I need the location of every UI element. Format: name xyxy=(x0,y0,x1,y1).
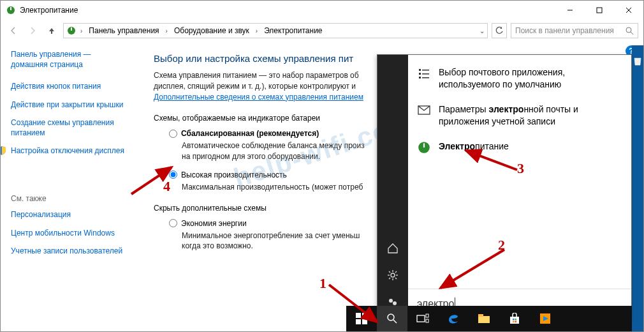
sidebar-link[interactable]: Персонализация xyxy=(11,209,124,220)
taskbar-search-button[interactable] xyxy=(377,306,407,331)
svg-rect-37 xyxy=(426,314,428,317)
svg-rect-1 xyxy=(10,7,11,10)
power-icon xyxy=(417,140,431,155)
svg-line-18 xyxy=(395,271,397,273)
plan-name[interactable]: Высокая производительность xyxy=(181,170,287,179)
back-button[interactable] xyxy=(6,23,21,38)
power-icon xyxy=(66,26,77,36)
svg-rect-42 xyxy=(513,319,515,321)
maximize-button[interactable] xyxy=(585,1,614,20)
sidebar-link[interactable]: Действие при закрытии крышки xyxy=(11,100,124,110)
power-icon xyxy=(6,5,16,15)
svg-point-10 xyxy=(391,273,395,277)
see-also-header: См. также xyxy=(11,194,124,203)
nav-bar: › Панель управления › Оборудование и зву… xyxy=(1,20,643,42)
svg-rect-31 xyxy=(362,313,367,318)
breadcrumb-item[interactable]: Электропитание xyxy=(261,26,325,35)
svg-rect-40 xyxy=(478,314,483,317)
search-placeholder: Поиск в панели управления xyxy=(515,26,614,35)
close-button[interactable] xyxy=(614,1,643,20)
up-button[interactable] xyxy=(44,23,59,38)
chevron-right-icon: › xyxy=(79,27,84,34)
gear-icon[interactable] xyxy=(377,262,408,289)
svg-line-35 xyxy=(393,320,397,323)
svg-rect-38 xyxy=(426,319,428,322)
recycle-bin-icon[interactable] xyxy=(632,50,643,71)
svg-point-8 xyxy=(626,27,631,33)
start-button[interactable] xyxy=(346,306,377,331)
search-result-item[interactable]: Электропитание xyxy=(417,140,622,155)
svg-rect-24 xyxy=(422,73,429,75)
minimize-button[interactable] xyxy=(555,1,585,20)
title-bar: Электропитание xyxy=(1,1,643,20)
svg-rect-25 xyxy=(419,77,421,79)
svg-rect-21 xyxy=(419,69,421,71)
plan-radio[interactable] xyxy=(169,130,177,138)
svg-line-17 xyxy=(389,278,390,279)
result-text: Параметры электронной почты и приложения… xyxy=(439,103,622,128)
task-view-button[interactable] xyxy=(407,306,438,331)
sidebar-link[interactable]: Действия кнопок питания xyxy=(11,81,124,91)
desktop-background xyxy=(632,45,643,331)
svg-rect-33 xyxy=(362,319,367,324)
svg-rect-32 xyxy=(356,319,361,324)
svg-rect-29 xyxy=(423,143,425,147)
svg-rect-26 xyxy=(422,77,429,79)
more-info-link[interactable]: Дополнительные сведения о схемах управле… xyxy=(154,93,363,102)
mail-icon xyxy=(417,103,431,117)
taskbar xyxy=(346,306,632,331)
svg-rect-39 xyxy=(478,316,490,323)
svg-rect-30 xyxy=(356,313,361,318)
result-text: Выбор почтового приложения, используемог… xyxy=(439,66,622,91)
chevron-right-icon: › xyxy=(165,27,169,34)
result-text: Электропитание xyxy=(439,140,509,153)
chevron-down-icon[interactable]: ⌄ xyxy=(479,27,485,34)
svg-point-20 xyxy=(393,301,397,305)
breadcrumb-item[interactable]: Оборудование и звук xyxy=(172,26,252,35)
sidebar-link[interactable]: Учетные записи пользователей xyxy=(11,246,124,256)
search-input[interactable]: Поиск в панели управления xyxy=(511,23,638,38)
svg-rect-23 xyxy=(419,73,421,75)
search-result-item[interactable]: Выбор почтового приложения, используемог… xyxy=(417,66,622,91)
svg-line-16 xyxy=(395,278,397,279)
breadcrumb-item[interactable]: Панель управления xyxy=(86,26,161,35)
sidebar: Панель управления — домашняя страница Де… xyxy=(1,42,135,331)
svg-rect-45 xyxy=(515,321,517,323)
sidebar-link[interactable]: Центр мобильности Windows xyxy=(11,228,124,238)
control-panel-home-link[interactable]: Панель управления — домашняя страница xyxy=(11,49,124,70)
svg-rect-44 xyxy=(513,321,515,323)
svg-rect-41 xyxy=(510,317,519,324)
search-category-rail xyxy=(377,55,408,318)
svg-point-34 xyxy=(388,314,394,321)
breadcrumb[interactable]: › Панель управления › Оборудование и зву… xyxy=(63,23,488,38)
sidebar-link[interactable]: Создание схемы управления питанием xyxy=(11,117,124,138)
svg-rect-3 xyxy=(597,8,602,13)
media-player-icon[interactable] xyxy=(530,306,560,331)
plan-radio[interactable] xyxy=(169,170,177,179)
svg-rect-43 xyxy=(515,319,517,321)
search-icon xyxy=(625,26,634,35)
svg-point-19 xyxy=(389,299,393,303)
plan-radio[interactable] xyxy=(169,219,177,227)
store-icon[interactable] xyxy=(499,306,530,331)
window-title: Электропитание xyxy=(20,6,555,15)
search-results-panel: Выбор почтового приложения, используемог… xyxy=(377,54,632,319)
plan-name[interactable]: Экономия энергии xyxy=(181,219,247,228)
svg-rect-7 xyxy=(71,27,72,31)
forward-button[interactable] xyxy=(25,23,40,38)
shield-icon xyxy=(0,146,7,156)
file-explorer-icon[interactable] xyxy=(469,306,499,331)
svg-line-15 xyxy=(389,271,390,273)
settings-list-icon xyxy=(417,66,431,80)
svg-line-9 xyxy=(631,32,633,34)
refresh-button[interactable] xyxy=(492,23,507,38)
edge-icon[interactable] xyxy=(438,306,469,331)
svg-rect-36 xyxy=(417,315,425,322)
chevron-right-icon: › xyxy=(254,27,259,34)
svg-rect-22 xyxy=(422,70,429,71)
home-rail-icon[interactable] xyxy=(377,235,408,262)
search-results-list: Выбор почтового приложения, используемог… xyxy=(408,55,631,289)
plan-name[interactable]: Сбалансированная (рекомендуется) xyxy=(181,129,319,138)
search-result-item[interactable]: Параметры электронной почты и приложения… xyxy=(417,103,622,128)
sidebar-link[interactable]: Настройка отключения дисплея xyxy=(11,146,124,156)
